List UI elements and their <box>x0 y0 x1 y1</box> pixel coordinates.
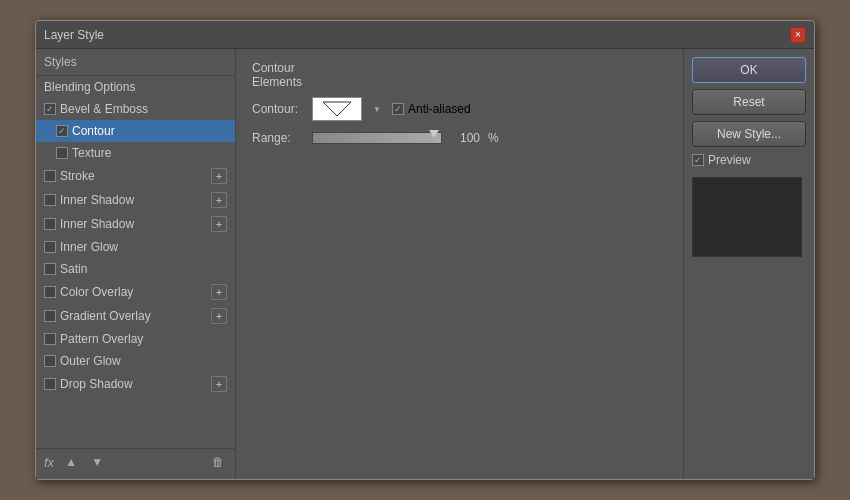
contour-row: Contour: ▼ Anti-aliased <box>252 97 667 121</box>
drop-shadow-label: Drop Shadow <box>60 377 133 391</box>
sidebar-item-bevel-emboss[interactable]: Bevel & Emboss <box>36 98 235 120</box>
range-slider[interactable] <box>312 132 442 144</box>
contour-field-label: Contour: <box>252 102 304 116</box>
dialog-body: Styles Blending Options Bevel & Emboss C… <box>36 49 814 479</box>
close-button[interactable]: × <box>790 27 806 43</box>
preview-checkbox[interactable] <box>692 154 704 166</box>
ok-button[interactable]: OK <box>692 57 806 83</box>
inner-glow-checkbox[interactable] <box>44 241 56 253</box>
bevel-emboss-checkbox[interactable] <box>44 103 56 115</box>
gradient-overlay-add-button[interactable]: + <box>211 308 227 324</box>
anti-aliased-row: Anti-aliased <box>392 102 471 116</box>
preview-area <box>692 177 802 257</box>
outer-glow-checkbox[interactable] <box>44 355 56 367</box>
contour-label: Contour <box>72 124 115 138</box>
new-style-button[interactable]: New Style... <box>692 121 806 147</box>
blending-options-label: Blending Options <box>44 80 135 94</box>
move-down-button[interactable]: ▼ <box>88 453 106 471</box>
dialog-title: Layer Style <box>44 28 104 42</box>
preview-row: Preview <box>692 153 806 167</box>
inner-shadow2-add-button[interactable]: + <box>211 216 227 232</box>
move-up-button[interactable]: ▲ <box>62 453 80 471</box>
range-field-label: Range: <box>252 131 304 145</box>
drop-shadow-add-button[interactable]: + <box>211 376 227 392</box>
left-panel-toolbar: fx ▲ ▼ 🗑 <box>36 448 235 475</box>
fx-label: fx <box>44 455 54 470</box>
stroke-checkbox[interactable] <box>44 170 56 182</box>
pattern-overlay-checkbox[interactable] <box>44 333 56 345</box>
satin-label: Satin <box>60 262 87 276</box>
sidebar-item-inner-shadow2[interactable]: Inner Shadow + <box>36 212 235 236</box>
inner-shadow-checkbox[interactable] <box>44 194 56 206</box>
sidebar-item-stroke[interactable]: Stroke + <box>36 164 235 188</box>
range-slider-fill <box>313 133 441 143</box>
sidebar-item-blending-options[interactable]: Blending Options <box>36 76 235 98</box>
range-unit: % <box>488 131 499 145</box>
bevel-emboss-label: Bevel & Emboss <box>60 102 148 116</box>
svg-marker-0 <box>323 102 351 116</box>
sidebar-item-gradient-overlay[interactable]: Gradient Overlay + <box>36 304 235 328</box>
range-row: Range: 100 % <box>252 131 667 145</box>
texture-checkbox[interactable] <box>56 147 68 159</box>
gradient-overlay-checkbox[interactable] <box>44 310 56 322</box>
anti-aliased-label: Anti-aliased <box>408 102 471 116</box>
contour-dropdown-arrow[interactable]: ▼ <box>370 102 384 116</box>
reset-button[interactable]: Reset <box>692 89 806 115</box>
color-overlay-add-button[interactable]: + <box>211 284 227 300</box>
sidebar-item-satin[interactable]: Satin <box>36 258 235 280</box>
color-overlay-checkbox[interactable] <box>44 286 56 298</box>
styles-header: Styles <box>36 49 235 76</box>
gradient-overlay-label: Gradient Overlay <box>60 309 151 323</box>
stroke-add-button[interactable]: + <box>211 168 227 184</box>
sidebar-item-drop-shadow[interactable]: Drop Shadow + <box>36 372 235 396</box>
contour-checkbox[interactable] <box>56 125 68 137</box>
inner-shadow2-label: Inner Shadow <box>60 217 134 231</box>
inner-shadow-add-button[interactable]: + <box>211 192 227 208</box>
sidebar-item-pattern-overlay[interactable]: Pattern Overlay <box>36 328 235 350</box>
drop-shadow-checkbox[interactable] <box>44 378 56 390</box>
outer-glow-label: Outer Glow <box>60 354 121 368</box>
sidebar-item-color-overlay[interactable]: Color Overlay + <box>36 280 235 304</box>
preview-label: Preview <box>708 153 751 167</box>
sidebar-item-contour[interactable]: Contour <box>36 120 235 142</box>
sidebar-item-outer-glow[interactable]: Outer Glow <box>36 350 235 372</box>
texture-label: Texture <box>72 146 111 160</box>
center-panel: ContourElements Contour: ▼ Anti-aliased <box>236 49 684 479</box>
contour-preview[interactable] <box>312 97 362 121</box>
inner-glow-label: Inner Glow <box>60 240 118 254</box>
inner-shadow2-checkbox[interactable] <box>44 218 56 230</box>
layer-style-dialog: Layer Style × Styles Blending Options Be… <box>35 20 815 480</box>
anti-aliased-checkbox[interactable] <box>392 103 404 115</box>
delete-button[interactable]: 🗑 <box>209 453 227 471</box>
satin-checkbox[interactable] <box>44 263 56 275</box>
stroke-label: Stroke <box>60 169 95 183</box>
range-slider-handle <box>429 130 439 138</box>
range-value: 100 <box>450 131 480 145</box>
title-bar: Layer Style × <box>36 21 814 49</box>
color-overlay-label: Color Overlay <box>60 285 133 299</box>
sidebar-item-texture[interactable]: Texture <box>36 142 235 164</box>
pattern-overlay-label: Pattern Overlay <box>60 332 143 346</box>
left-panel: Styles Blending Options Bevel & Emboss C… <box>36 49 236 479</box>
center-section-title: ContourElements <box>252 61 667 89</box>
sidebar-item-inner-glow[interactable]: Inner Glow <box>36 236 235 258</box>
inner-shadow-label: Inner Shadow <box>60 193 134 207</box>
sidebar-item-inner-shadow[interactable]: Inner Shadow + <box>36 188 235 212</box>
right-panel: OK Reset New Style... Preview <box>684 49 814 479</box>
